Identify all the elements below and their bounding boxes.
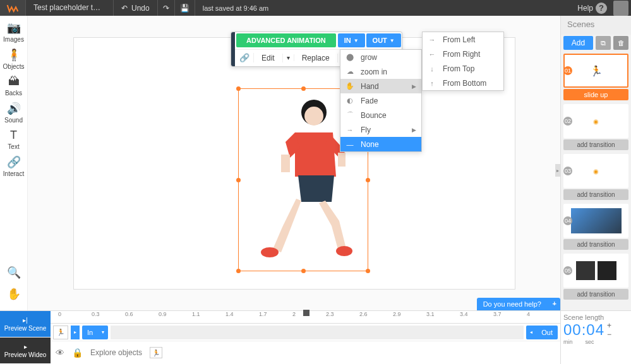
scene-card[interactable]: 05: [563, 254, 628, 288]
anim-icon: ⬤: [346, 53, 354, 61]
track-thumbnail[interactable]: 🏃: [53, 326, 68, 339]
timeline-track[interactable]: 🏃 ▸ In Out: [51, 324, 560, 341]
ruler-mark: 3.4: [460, 311, 493, 323]
anim-option-fly[interactable]: →Fly▶: [340, 122, 421, 137]
rail-images[interactable]: 📷Images: [1, 21, 27, 43]
scene-number: 03: [563, 167, 572, 175]
fly-option-from-bottom[interactable]: ↑From Bottom: [423, 76, 503, 90]
ruler-mark: 2.6: [359, 311, 393, 323]
rail-interact[interactable]: 🔗Interact: [1, 155, 27, 177]
out-label: OUT: [373, 37, 387, 44]
add-transition-button[interactable]: add transition: [563, 189, 628, 200]
anim-option-grow[interactable]: ⬤grow: [340, 50, 421, 64]
scene-card[interactable]: 03◉: [563, 154, 628, 188]
replace-button[interactable]: Replace: [294, 54, 338, 62]
scene-card[interactable]: 02◉: [563, 104, 628, 138]
in-animation-menu: ⬤grow☁zoom in✋Hand▶◐Fade⌒Bounce→Fly▶—Non…: [340, 49, 422, 152]
preview-wideo-button[interactable]: ▸Preview Wideo: [0, 338, 51, 364]
resize-handle[interactable]: [236, 269, 241, 273]
scene-card[interactable]: 04: [563, 204, 628, 238]
save-icon: 💾: [180, 4, 189, 13]
direction-icon: ↑: [428, 79, 436, 87]
anim-label: None: [361, 140, 379, 149]
help-button[interactable]: Help ?: [571, 3, 613, 14]
timeline-ruler[interactable]: 00.30.60.91.11.41.722.32.62.93.13.43.74: [51, 311, 560, 324]
anim-option-fade[interactable]: ◐Fade: [340, 93, 421, 108]
user-avatar[interactable]: [613, 1, 628, 16]
submenu-arrow-icon: ▶: [412, 83, 416, 90]
advanced-animation-button[interactable]: ADVANCED ANIMATION: [236, 33, 336, 47]
anim-option-bounce[interactable]: ⌒Bounce: [340, 108, 421, 122]
out-animation-button[interactable]: OUT▼: [366, 33, 401, 47]
ruler-mark: 0.3: [92, 311, 125, 323]
rail-objects[interactable]: 🧍Objects: [1, 48, 27, 70]
add-transition-button[interactable]: add transition: [563, 289, 628, 300]
decrease-length-button[interactable]: −: [607, 330, 611, 339]
preview-scene-button[interactable]: ▸|Preview Scene: [0, 311, 51, 338]
link-button[interactable]: 🔗: [235, 53, 254, 62]
rail-sound[interactable]: 🔊Sound: [1, 102, 27, 124]
duplicate-scene-button[interactable]: ⧉: [596, 36, 611, 50]
rail-text[interactable]: TText: [1, 129, 27, 150]
project-title[interactable]: Test placeholder t…: [25, 0, 114, 16]
resize-handle[interactable]: [236, 178, 241, 182]
pan-icon[interactable]: ✋: [7, 287, 21, 301]
caret-down-icon: ▼: [354, 38, 359, 44]
fly-option-from-left[interactable]: →From Left: [423, 32, 503, 47]
rail-backs[interactable]: 🏔Backs: [1, 75, 27, 97]
increase-length-button[interactable]: +: [607, 321, 611, 330]
zoom-icon[interactable]: 🔍: [7, 266, 21, 279]
resize-handle[interactable]: [301, 86, 306, 91]
edit-caret[interactable]: ▾: [283, 54, 294, 61]
resize-handle[interactable]: [366, 269, 370, 273]
svg-rect-2: [281, 155, 290, 172]
visibility-icon[interactable]: 👁: [56, 348, 64, 358]
scene-card[interactable]: 01🏃: [563, 54, 628, 88]
track-out-handle[interactable]: Out: [526, 326, 558, 339]
anim-option-none[interactable]: —None: [340, 137, 421, 151]
rail-label: Backs: [5, 90, 22, 97]
save-button[interactable]: 💾: [175, 0, 195, 16]
track-in-handle[interactable]: In: [82, 326, 108, 339]
ruler-mark: 3.1: [426, 311, 460, 323]
fly-option-from-top[interactable]: ↓From Top: [423, 61, 503, 76]
undo-button[interactable]: ↶ Undo: [114, 0, 158, 16]
anim-option-hand[interactable]: ✋Hand▶: [340, 79, 421, 93]
ruler-mark: 1.4: [225, 311, 259, 323]
delete-scene-button[interactable]: 🗑: [613, 36, 628, 50]
resize-handle[interactable]: [301, 269, 306, 273]
add-scene-button[interactable]: Add: [563, 36, 593, 50]
add-transition-button[interactable]: add transition: [563, 239, 628, 250]
anim-label: Bounce: [361, 111, 387, 120]
redo-button[interactable]: ↷: [158, 0, 175, 16]
need-help-button[interactable]: Do you need help? +: [477, 298, 560, 310]
scenes-title: Scenes: [561, 16, 631, 35]
playhead[interactable]: [303, 310, 309, 316]
direction-icon: →: [428, 36, 436, 44]
min-label: min: [563, 339, 573, 345]
track-play-button[interactable]: ▸: [71, 326, 80, 339]
explore-objects[interactable]: Explore objects: [90, 348, 142, 357]
track-duration[interactable]: [111, 326, 524, 339]
fly-label: From Top: [443, 64, 474, 73]
sec-label: sec: [586, 339, 594, 345]
object-chip[interactable]: 🏃: [150, 347, 162, 358]
fly-label: From Right: [443, 50, 480, 59]
in-animation-button[interactable]: IN▼: [338, 33, 365, 47]
play-icon: ▸|: [23, 317, 28, 324]
ruler-mark: 3.7: [493, 311, 527, 323]
anim-icon: —: [346, 141, 354, 148]
anim-option-zoom-in[interactable]: ☁zoom in: [340, 64, 421, 79]
fly-option-from-right[interactable]: ←From Right: [423, 47, 503, 61]
ruler-mark: 1.1: [192, 311, 225, 323]
collapse-panel-button[interactable]: ▸: [555, 164, 560, 177]
timeline-footer: 👁 🔒 Explore objects 🏃: [51, 341, 560, 364]
anim-label: Fly: [361, 126, 371, 134]
lock-icon[interactable]: 🔒: [72, 348, 83, 358]
anim-icon: ☁: [346, 68, 354, 76]
add-transition-button[interactable]: add transition: [563, 139, 628, 150]
edit-button[interactable]: Edit: [254, 54, 283, 62]
resize-handle[interactable]: [236, 86, 241, 91]
logo[interactable]: [0, 0, 25, 16]
scene-transition-label[interactable]: slide up: [563, 89, 628, 100]
